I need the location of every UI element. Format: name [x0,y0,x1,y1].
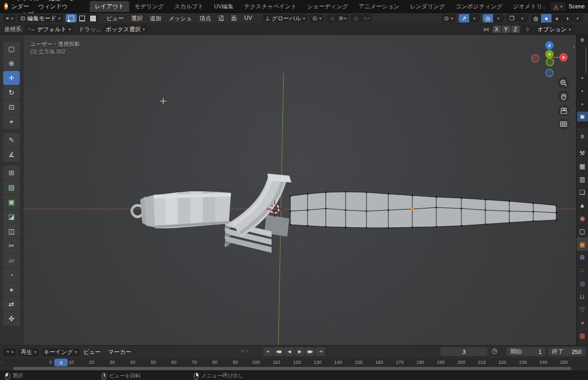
mode-dropdown[interactable]: ⊡ 編集モード ▾ [18,14,63,22]
tool-edge-slide[interactable]: ⇄ [3,297,20,311]
current-frame-field[interactable]: 3 [440,347,487,356]
blender-logo-icon[interactable] [4,3,8,10]
workspace-tab-6[interactable]: アニメーション [353,1,405,12]
gizmo-axis-x-neg[interactable] [531,54,540,63]
edge-select-button[interactable] [77,14,88,22]
object-visibility-dropdown[interactable]: ⊙ ▾ [442,14,456,22]
mirror-axis-z[interactable]: Z [511,26,520,33]
shading-material-button[interactable]: ◕ [552,14,562,22]
toggle-xray-button[interactable]: ❐ [507,14,517,22]
header-menu-5[interactable]: 辺 [215,15,228,22]
overlays-dropdown[interactable]: ▾ [493,14,504,22]
workspace-tab-3[interactable]: UV編集 [209,1,239,12]
timeline-menu-0[interactable]: 再生▾ [18,348,39,357]
frame-end-field[interactable]: 終了 250 [548,347,585,356]
tool-smooth[interactable]: ● [3,283,20,297]
workspace-tab-5[interactable]: シェーディング [302,1,353,12]
outliner-scrollbar[interactable] [585,46,586,73]
show-gizmo-button[interactable]: ⇗ [459,14,469,22]
tool-extrude-region[interactable]: ▤ [3,180,20,194]
workspace-tab-8[interactable]: コンポジティング [450,1,508,12]
tool-annotate[interactable]: ✎ [3,133,20,147]
tool-rotate[interactable]: ↻ [3,85,20,100]
tab-physics[interactable]: ◎ [577,277,588,290]
gizmo-axis-z[interactable]: Z [545,41,554,50]
timeline-menu-2[interactable]: ビュー [80,348,105,356]
xray-dropdown[interactable]: ▾ [517,14,528,22]
timeline-menu-3[interactable]: マーカー [104,348,135,356]
tool-poly-build[interactable]: ▱ [3,253,20,267]
navigation-gizmo[interactable]: Z Y X [523,39,575,81]
snap-toggle-button[interactable]: ∩ [327,14,337,22]
tool-shrink-fatten[interactable]: ✜ [3,312,20,326]
timeline-expand-arrow[interactable]: › [1,359,3,364]
tab-data[interactable]: ▽ [577,303,588,316]
use-preview-range-button[interactable]: ◷ [492,347,497,354]
tab-particles[interactable]: ∴ [577,264,588,277]
jump-to-end-button[interactable]: ⇥ [315,347,325,356]
scene-dropdown[interactable]: ◬ ▾ [550,2,565,11]
tab-view-layer[interactable]: ❏ [577,186,588,199]
face-select-button[interactable] [88,14,99,22]
select-tool-dropdown[interactable]: ボックス選択 ▾ [103,25,148,33]
header-menu-4[interactable]: 頂点 [196,15,215,22]
next-keyframe-button[interactable]: ◆▶ [305,347,315,356]
shading-dropdown[interactable]: ▾ [572,14,583,22]
prev-keyframe-button[interactable]: ◀◆ [274,347,284,356]
tool-loop-cut[interactable]: ◫ [3,224,20,238]
tab-world[interactable]: ◉ [577,212,588,225]
camera-view-button[interactable] [558,105,569,116]
options-dropdown[interactable]: オプション ▾ [535,25,573,33]
workspace-tab-0[interactable]: レイアウト [90,1,129,12]
snap-base-icon[interactable]: ◊ [522,25,533,33]
workspace-tab-1[interactable]: モデリング [129,1,169,12]
header-menu-1[interactable]: 選択 [127,15,146,22]
ortho-toggle-button[interactable] [558,118,569,130]
frame-start-field[interactable]: 開始 1 [506,347,546,356]
auto-key-button[interactable]: ○ [241,347,244,354]
tab-render[interactable]: ▦ [577,160,588,173]
tool-measure[interactable]: ∡ [3,148,20,162]
gizmo-axis-x[interactable]: X [559,53,568,62]
header-menu-0[interactable]: ビュー [103,15,128,22]
timeline-scrollbar[interactable] [13,367,571,370]
zoom-button[interactable] [558,77,569,89]
transform-orientation-dropdown[interactable]: ⟂ グローバル ▾ [263,14,308,22]
tool-knife[interactable]: ✂ [3,239,20,253]
jump-to-start-button[interactable]: ⇤ [263,347,273,356]
3d-viewport[interactable]: ユーザー・透視投影 (3) 立方体.002 ‹ Z Y X [23,35,576,345]
tool-add-cube[interactable]: ⊞ [3,166,20,180]
tab-collection[interactable]: ▢ [577,225,588,238]
scene-name[interactable]: Scene [569,3,585,9]
header-menu-3[interactable]: メッシュ [165,15,195,22]
outliner-item-1[interactable]: • [577,85,588,98]
tab-modifiers[interactable]: ⚙ [577,251,588,264]
topbar-menu-0[interactable]: ファイル [11,0,44,2]
gizmo-axis-y[interactable]: Y [545,50,554,58]
play-button[interactable]: ▶ [295,347,304,356]
show-overlays-button[interactable]: ◎ [483,14,493,22]
tool-cursor[interactable]: ⊕ [3,56,20,70]
tab-scene[interactable]: ▲ [577,199,588,212]
editor-type-button[interactable]: ⌖ ▾ [3,14,16,22]
outliner-item-2[interactable]: • [577,98,588,111]
play-reverse-button[interactable]: ◀ [284,347,294,356]
outliner-editor-icon[interactable]: ≣ [577,37,588,43]
tool-move[interactable]: ✛ [3,71,20,85]
timeline-editor-button[interactable]: ◔ ▾ [3,348,16,357]
tab-material[interactable]: ◕ [577,316,588,329]
header-menu-7[interactable]: UV [241,15,256,22]
tool-transform[interactable]: ⌖ [3,115,20,129]
gizmo-axis-y-neg[interactable] [546,58,554,66]
pivot-point-dropdown[interactable]: ⊙ ▾ [310,14,324,22]
orientation-default-dropdown[interactable]: ⁖→ デフォルト ▾ [25,25,74,33]
tab-object[interactable]: ▣ [577,238,588,251]
proportional-edit-button[interactable]: ◎ [351,14,361,22]
gizmo-dropdown[interactable]: ▾ [469,14,480,22]
tool-scale[interactable]: ⊡ [3,100,20,114]
editor-properties[interactable]: ≡ [577,130,588,143]
tab-output[interactable]: ▥ [577,173,588,186]
playhead-badge[interactable]: 3 [54,359,68,366]
tool-select-box[interactable]: ▢ [3,42,20,56]
workspace-tab-2[interactable]: スカルプト [169,1,209,12]
